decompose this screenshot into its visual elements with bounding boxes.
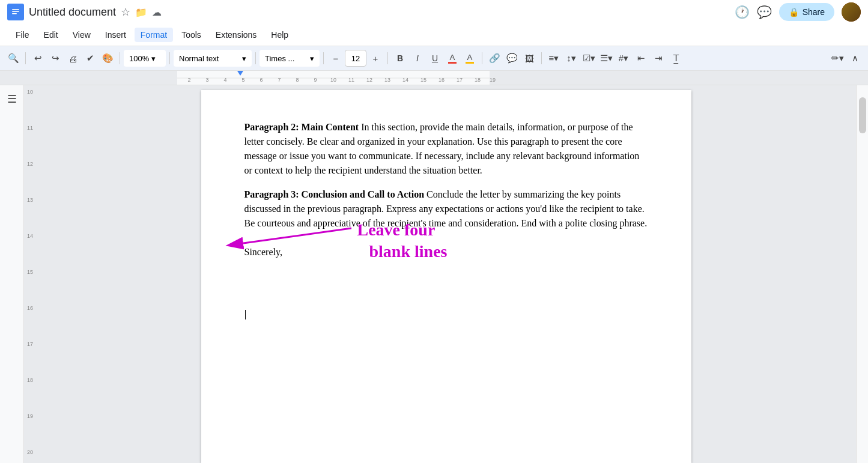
cursor-line[interactable] — [244, 307, 648, 322]
style-dropdown[interactable]: Normal text ▾ — [174, 50, 252, 67]
para3-label: Paragraph 3: Conclusion and Call to Acti… — [244, 189, 425, 199]
top-right: 🕐 💬 🔒 Share — [735, 2, 861, 22]
outline-icon[interactable]: ☰ — [7, 92, 17, 106]
right-panel — [856, 85, 868, 463]
page[interactable]: Paragraph 2: Main Content In this sectio… — [201, 90, 691, 463]
svg-text:13: 13 — [384, 77, 390, 83]
history-icon[interactable]: 🕐 — [735, 5, 750, 19]
scroll-thumb[interactable] — [859, 97, 866, 133]
undo-button[interactable]: ↩ — [29, 50, 46, 67]
ruler-num-15: 15 — [27, 268, 33, 304]
doc-title[interactable]: Untitled document — [29, 6, 116, 19]
indent-increase-button[interactable]: ⇥ — [650, 50, 667, 67]
zoom-dropdown[interactable]: 100% ▾ — [124, 50, 166, 67]
menu-help[interactable]: Help — [265, 28, 294, 42]
ruler-num-16: 16 — [27, 304, 33, 340]
vertical-ruler: 10 11 12 13 14 15 16 17 18 19 20 — [24, 85, 36, 463]
checklist-button[interactable]: ☑▾ — [580, 50, 597, 67]
search-button[interactable]: 🔍 — [5, 50, 22, 67]
toolbar-zoom-group: 100% ▾ — [124, 50, 166, 67]
line-spacing-button[interactable]: ↕▾ — [563, 50, 580, 67]
zoom-chevron: ▾ — [151, 54, 156, 63]
ruler-num-17: 17 — [27, 340, 33, 376]
font-dropdown[interactable]: Times ... ▾ — [259, 50, 320, 67]
highlight-button[interactable]: A — [461, 50, 478, 67]
avatar[interactable] — [842, 2, 861, 22]
ruler-content: 2 3 4 5 6 7 8 9 10 11 12 13 14 15 16 17 … — [0, 71, 868, 85]
insert-image-button[interactable]: 🖼 — [521, 50, 538, 67]
svg-text:3: 3 — [205, 77, 208, 83]
star-icon[interactable]: ☆ — [121, 5, 130, 19]
svg-text:9: 9 — [314, 77, 317, 83]
print-button[interactable]: 🖨 — [64, 50, 81, 67]
svg-text:14: 14 — [402, 77, 408, 83]
share-button[interactable]: 🔒 Share — [779, 3, 834, 21]
ruler-num-11: 11 — [27, 124, 33, 160]
add-comment-button[interactable]: 💬 — [503, 50, 520, 67]
menu-edit[interactable]: Edit — [38, 28, 64, 42]
font-size-input[interactable] — [345, 50, 366, 67]
doc-area: Paragraph 2: Main Content In this sectio… — [36, 85, 856, 463]
toolbar-div8 — [541, 52, 542, 64]
edit-pencil-button[interactable]: ✏▾ — [829, 50, 846, 67]
svg-text:2: 2 — [187, 77, 190, 83]
ruler: 2 3 4 5 6 7 8 9 10 11 12 13 14 15 16 17 … — [0, 71, 868, 85]
alignment-group: ≡▾ ↕▾ ☑▾ ☰▾ #▾ ⇤ ⇥ T̲ — [545, 50, 684, 67]
clear-format-button[interactable]: T̲ — [667, 50, 684, 67]
share-label: Share — [803, 7, 825, 17]
para2-label: Paragraph 2: Main Content — [244, 122, 359, 132]
italic-button[interactable]: I — [409, 50, 426, 67]
font-size-plus[interactable]: + — [367, 50, 384, 67]
drive-icon[interactable]: 📁 — [135, 7, 147, 18]
numbered-list-button[interactable]: #▾ — [615, 50, 632, 67]
svg-text:18: 18 — [475, 77, 481, 83]
svg-rect-3 — [12, 13, 17, 14]
align-button[interactable]: ≡▾ — [545, 50, 562, 67]
svg-text:4: 4 — [223, 77, 226, 83]
menu-tools[interactable]: Tools — [175, 28, 207, 42]
title-icons: ☆ 📁 ☁ — [121, 5, 162, 19]
menu-view[interactable]: View — [67, 28, 97, 42]
svg-text:7: 7 — [278, 77, 281, 83]
underline-button[interactable]: U — [426, 50, 443, 67]
share-lock-icon: 🔒 — [789, 7, 799, 17]
toolbar-div2 — [120, 52, 120, 64]
ruler-num-18: 18 — [27, 376, 33, 412]
paintformat-button[interactable]: 🎨 — [99, 50, 116, 67]
toolbar-div1 — [25, 52, 26, 64]
ruler-numbers-list: 10 11 12 13 14 15 16 17 18 19 20 — [27, 88, 33, 463]
redo-button[interactable]: ↪ — [47, 50, 64, 67]
paragraph-3: Paragraph 3: Conclusion and Call to Acti… — [244, 187, 648, 231]
spellcheck-button[interactable]: ✔ — [82, 50, 99, 67]
paragraph-2: Paragraph 2: Main Content In this sectio… — [244, 120, 648, 178]
bold-button[interactable]: B — [392, 50, 408, 67]
text-color-button[interactable]: A — [444, 50, 461, 67]
ruler-num-19: 19 — [27, 412, 33, 448]
svg-rect-1 — [12, 9, 19, 10]
svg-text:12: 12 — [366, 77, 372, 83]
indent-decrease-button[interactable]: ⇤ — [633, 50, 649, 67]
sincerely-line: Sincerely, — [244, 245, 648, 259]
toolbar-undo-group: ↩ ↪ 🖨 ✔ 🎨 — [29, 50, 116, 67]
ruler-num-20: 20 — [27, 448, 33, 463]
font-chevron: ▾ — [310, 54, 314, 63]
bullet-list-button[interactable]: ☰▾ — [598, 50, 615, 67]
menu-format[interactable]: Format — [135, 28, 173, 42]
svg-text:19: 19 — [490, 77, 496, 83]
menu-insert[interactable]: Insert — [99, 28, 132, 42]
menu-file[interactable]: File — [10, 28, 35, 42]
svg-text:5: 5 — [241, 77, 244, 83]
font-size-group: − + — [327, 50, 384, 67]
toolbar-div4 — [255, 52, 256, 64]
comment-icon[interactable]: 💬 — [757, 5, 772, 19]
collapse-toolbar-button[interactable]: ∧ — [846, 50, 863, 67]
svg-text:6: 6 — [259, 77, 263, 83]
menu-extensions[interactable]: Extensions — [210, 28, 263, 42]
style-label: Normal text — [179, 54, 219, 63]
link-button[interactable]: 🔗 — [486, 50, 503, 67]
left-sidebar: ☰ — [0, 85, 24, 463]
svg-text:11: 11 — [348, 77, 354, 83]
cloud-icon[interactable]: ☁ — [152, 7, 162, 18]
svg-rect-2 — [12, 11, 19, 13]
font-size-minus[interactable]: − — [327, 50, 344, 67]
